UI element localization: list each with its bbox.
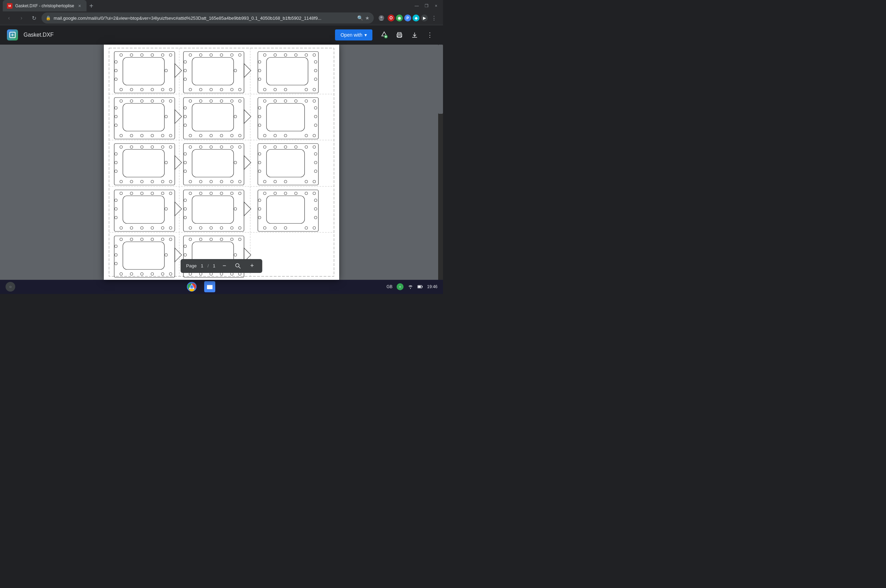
- svg-point-20: [151, 54, 153, 56]
- svg-point-112: [274, 100, 277, 102]
- svg-rect-71: [114, 98, 175, 139]
- svg-point-184: [314, 170, 317, 172]
- profile-icon[interactable]: [376, 13, 386, 23]
- svg-point-101: [210, 134, 212, 137]
- back-button[interactable]: ‹: [4, 13, 14, 23]
- svg-point-123: [258, 115, 261, 118]
- window-controls: — ❐ ×: [412, 2, 440, 11]
- extension-blue[interactable]: P: [404, 15, 411, 21]
- svg-point-238: [258, 216, 261, 219]
- more-options-button[interactable]: ⋮: [424, 29, 436, 41]
- svg-point-67: [258, 78, 261, 81]
- extension-red[interactable]: O: [388, 15, 394, 21]
- bookmark-icon[interactable]: ★: [365, 15, 370, 21]
- download-button[interactable]: [408, 29, 421, 41]
- svg-point-151: [199, 146, 202, 148]
- page-label: Page: [186, 263, 197, 268]
- svg-point-237: [258, 207, 261, 210]
- chrome-app[interactable]: [185, 280, 199, 294]
- svg-point-222: [234, 207, 237, 210]
- svg-point-139: [140, 180, 143, 183]
- scrollbar-thumb[interactable]: [438, 45, 443, 114]
- more-tools-button[interactable]: ⋮: [429, 13, 439, 23]
- svg-point-124: [258, 124, 261, 127]
- svg-point-150: [189, 146, 192, 148]
- zoom-in-button[interactable]: +: [247, 261, 257, 271]
- svg-point-171: [295, 146, 297, 148]
- svg-rect-129: [123, 149, 164, 177]
- svg-marker-92: [244, 110, 251, 123]
- svg-point-228: [295, 192, 297, 195]
- new-tab-button[interactable]: +: [87, 2, 96, 10]
- svg-point-121: [313, 134, 316, 137]
- search-icon[interactable]: 🔍: [357, 15, 363, 21]
- svg-point-189: [130, 192, 133, 195]
- svg-point-172: [305, 146, 308, 148]
- svg-point-199: [169, 226, 172, 230]
- svg-point-126: [314, 115, 317, 118]
- svg-point-17: [120, 54, 122, 56]
- zoom-fit-button[interactable]: [233, 261, 243, 271]
- close-button[interactable]: ×: [432, 2, 440, 10]
- launcher-button[interactable]: ○: [6, 282, 15, 292]
- open-with-button[interactable]: Open with ▾: [335, 29, 372, 40]
- url-bar[interactable]: 🔒 mail.google.com/mail/u/0/?ui=2&view=bt…: [42, 12, 374, 24]
- scrollbar[interactable]: [438, 45, 443, 280]
- svg-rect-14: [114, 51, 175, 93]
- svg-marker-187: [175, 202, 182, 216]
- svg-point-45: [220, 88, 223, 91]
- svg-point-38: [210, 54, 212, 56]
- svg-rect-223: [258, 190, 318, 231]
- svg-point-267: [220, 238, 223, 241]
- zoom-out-button[interactable]: −: [220, 261, 229, 271]
- refresh-button[interactable]: ↻: [29, 13, 39, 23]
- add-to-drive-button[interactable]: [378, 29, 390, 41]
- svg-rect-242: [114, 236, 175, 278]
- svg-point-198: [161, 226, 164, 230]
- files-icon: [204, 281, 215, 292]
- svg-point-158: [210, 180, 212, 183]
- svg-point-51: [234, 69, 237, 72]
- svg-point-197: [151, 226, 153, 230]
- svg-marker-35: [244, 64, 251, 78]
- files-app[interactable]: [203, 280, 217, 294]
- svg-point-264: [189, 238, 192, 241]
- svg-point-252: [130, 273, 133, 275]
- svg-rect-33: [184, 51, 244, 93]
- svg-rect-13: [109, 48, 334, 276]
- svg-rect-224: [266, 196, 305, 224]
- forward-button[interactable]: ›: [17, 13, 26, 23]
- svg-rect-205: [192, 196, 234, 224]
- svg-point-117: [263, 134, 266, 137]
- svg-point-249: [161, 238, 164, 241]
- svg-point-59: [313, 54, 316, 56]
- svg-point-19: [140, 54, 143, 56]
- print-button[interactable]: [393, 29, 406, 41]
- svg-point-253: [140, 273, 143, 275]
- extension-teal[interactable]: ◈: [412, 15, 420, 21]
- svg-point-41: [238, 54, 241, 56]
- extension-dark[interactable]: ▶: [421, 15, 428, 21]
- svg-point-56: [284, 54, 287, 56]
- extension-green[interactable]: ◉: [396, 15, 403, 21]
- svg-point-236: [258, 199, 261, 202]
- svg-point-111: [263, 100, 266, 102]
- svg-point-96: [220, 100, 223, 102]
- notification-indicator[interactable]: +: [397, 283, 403, 290]
- svg-point-74: [120, 100, 122, 102]
- page-controls: Page 1 / 1 − +: [181, 259, 262, 273]
- maximize-button[interactable]: ❐: [422, 2, 430, 10]
- svg-point-255: [161, 273, 164, 275]
- svg-point-268: [230, 238, 233, 241]
- svg-point-169: [274, 146, 277, 148]
- active-tab[interactable]: M Gasket.DXF - christophertoplise ×: [3, 0, 87, 11]
- tab-close-button[interactable]: ×: [77, 3, 82, 9]
- minimize-button[interactable]: —: [412, 2, 421, 10]
- battery-indicator: GB: [387, 284, 393, 289]
- svg-point-138: [130, 180, 133, 183]
- svg-point-250: [169, 238, 172, 241]
- svg-point-235: [313, 226, 316, 230]
- svg-rect-186: [123, 196, 164, 224]
- tab-favicon: M: [7, 3, 12, 9]
- viewer-area: Gasket.DXF Open with ▾: [0, 25, 443, 280]
